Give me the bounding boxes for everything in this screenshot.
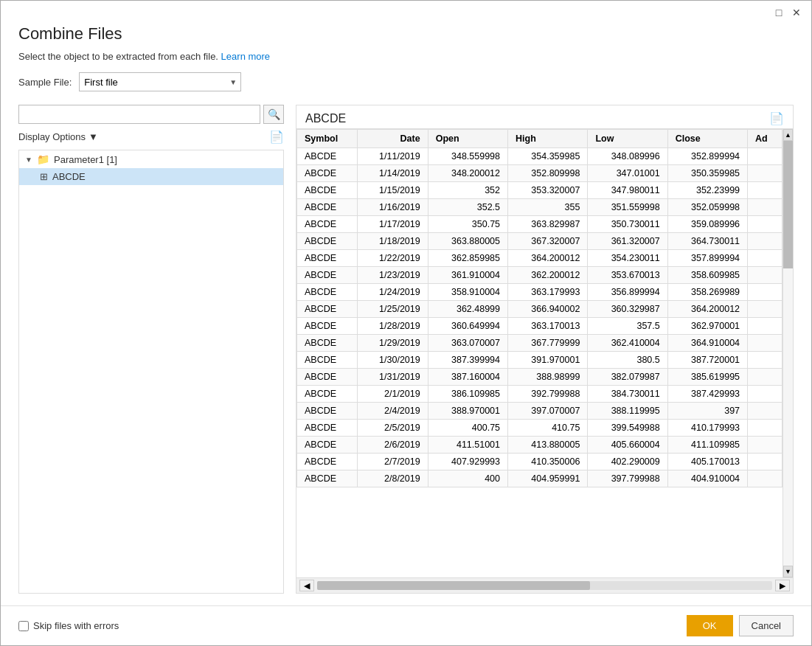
table-cell: ABCDE xyxy=(297,352,358,369)
table-cell: ABCDE xyxy=(297,199,358,216)
table-cell xyxy=(748,267,782,284)
table-cell: 380.5 xyxy=(588,352,667,369)
col-ad: Ad xyxy=(748,130,782,148)
table-cell: 357.899994 xyxy=(667,250,747,267)
table-cell: 404.959991 xyxy=(508,470,588,487)
display-options-button[interactable]: Display Options ▼ xyxy=(18,131,98,142)
table-cell: 384.730011 xyxy=(588,386,667,403)
sample-file-select[interactable]: First file Last file Custom xyxy=(79,72,241,91)
table-cell: 352.809998 xyxy=(508,165,588,182)
vertical-scrollbar[interactable]: ▲ ▼ xyxy=(782,129,793,577)
table-cell: 397 xyxy=(667,403,747,420)
table-cell: 413.880005 xyxy=(508,437,588,454)
cancel-button[interactable]: Cancel xyxy=(739,615,794,636)
table-cell xyxy=(748,352,782,369)
table-cell: 405.170013 xyxy=(667,454,747,470)
hscroll-left-arrow[interactable]: ◀ xyxy=(299,580,314,591)
table-cell: 363.070007 xyxy=(428,335,507,352)
tree-action-button[interactable]: 📄 xyxy=(269,130,284,144)
subtitle-text: Select the object to be extracted from e… xyxy=(18,51,218,62)
table-cell: ABCDE xyxy=(297,420,358,437)
table-cell: 397.799988 xyxy=(588,470,667,487)
tree-item-abcde[interactable]: ⊞ ABCDE xyxy=(19,168,283,185)
table-cell: 359.089996 xyxy=(667,216,747,233)
close-button[interactable]: ✕ xyxy=(791,7,802,18)
table-cell: 363.880005 xyxy=(428,233,507,250)
table-cell: ABCDE xyxy=(297,233,358,250)
table-cell: 362.48999 xyxy=(428,301,507,318)
table-cell: 362.970001 xyxy=(667,318,747,335)
table-cell: 2/1/2019 xyxy=(358,386,428,403)
table-cell: 347.01001 xyxy=(588,165,667,182)
table-scroll-area[interactable]: Symbol Date Open High Low Close Ad xyxy=(296,129,782,577)
table-cell: ABCDE xyxy=(297,335,358,352)
table-cell: 358.910004 xyxy=(428,284,507,301)
table-row: ABCDE2/6/2019411.51001413.880005405.6600… xyxy=(297,437,782,454)
search-input[interactable] xyxy=(18,105,260,124)
table-cell: ABCDE xyxy=(297,386,358,403)
combine-files-dialog: □ ✕ Combine Files Select the object to b… xyxy=(0,0,812,646)
table-cell: 405.660004 xyxy=(588,437,667,454)
table-cell: 348.089996 xyxy=(588,148,667,165)
table-cell: 387.429993 xyxy=(667,386,747,403)
data-panel-action-button[interactable]: 📄 xyxy=(769,111,784,125)
table-row: ABCDE2/5/2019400.75410.75399.549988410.1… xyxy=(297,420,782,437)
vscroll-thumb[interactable] xyxy=(783,141,793,268)
tree-item-abcde-label: ABCDE xyxy=(52,171,86,182)
hscroll-track[interactable] xyxy=(317,581,772,590)
vscroll-up-arrow[interactable]: ▲ xyxy=(783,129,793,141)
horizontal-scrollbar[interactable]: ◀ ▶ xyxy=(296,577,793,593)
table-row: ABCDE2/4/2019388.970001397.070007388.119… xyxy=(297,403,782,420)
table-cell: 399.549988 xyxy=(588,420,667,437)
table-cell: ABCDE xyxy=(297,301,358,318)
table-cell: 352.059998 xyxy=(667,199,747,216)
table-cell: 361.320007 xyxy=(588,233,667,250)
table-cell: 1/24/2019 xyxy=(358,284,428,301)
table-cell: 2/4/2019 xyxy=(358,403,428,420)
table-cell: 2/5/2019 xyxy=(358,420,428,437)
table-cell: 1/17/2019 xyxy=(358,216,428,233)
table-cell: 354.230011 xyxy=(588,250,667,267)
table-row: ABCDE1/30/2019387.399994391.970001380.53… xyxy=(297,352,782,369)
main-content: 🔍 Display Options ▼ 📄 ▼ xyxy=(18,105,794,594)
hscroll-thumb[interactable] xyxy=(317,581,590,590)
tree-item-parameter1[interactable]: ▼ 📁 Parameter1 [1] xyxy=(19,150,283,168)
table-cell: 387.720001 xyxy=(667,352,747,369)
table-cell: 362.200012 xyxy=(508,267,588,284)
table-cell: 362.410004 xyxy=(588,335,667,352)
table-cell: 352 xyxy=(428,182,507,199)
ok-button[interactable]: OK xyxy=(687,615,733,636)
footer-buttons: OK Cancel xyxy=(687,615,794,636)
search-button[interactable]: 🔍 xyxy=(263,105,284,124)
table-row: ABCDE2/8/2019400404.959991397.799988404.… xyxy=(297,470,782,487)
table-cell: 360.329987 xyxy=(588,301,667,318)
table-cell xyxy=(748,216,782,233)
skip-files-row: Skip files with errors xyxy=(18,620,119,631)
table-cell xyxy=(748,369,782,386)
table-cell: 400 xyxy=(428,470,507,487)
table-cell: 352.23999 xyxy=(667,182,747,199)
table-cell: ABCDE xyxy=(297,216,358,233)
table-cell: 363.829987 xyxy=(508,216,588,233)
vscroll-down-arrow[interactable]: ▼ xyxy=(783,566,793,577)
table-with-scroll: Symbol Date Open High Low Close Ad xyxy=(296,129,793,577)
table-row: ABCDE1/29/2019363.070007367.779999362.41… xyxy=(297,335,782,352)
minimize-button[interactable]: □ xyxy=(773,7,785,18)
table-cell: 391.970001 xyxy=(508,352,588,369)
table-row: ABCDE1/11/2019348.559998354.359985348.08… xyxy=(297,148,782,165)
table-cell: 1/31/2019 xyxy=(358,369,428,386)
table-row: ABCDE1/22/2019362.859985364.200012354.23… xyxy=(297,250,782,267)
table-cell: 410.75 xyxy=(508,420,588,437)
table-cell xyxy=(748,335,782,352)
data-title-row: ABCDE 📄 xyxy=(296,105,793,129)
table-cell: 366.940002 xyxy=(508,301,588,318)
table-cell: 367.779999 xyxy=(508,335,588,352)
table-cell: 352.899994 xyxy=(667,148,747,165)
dialog-subtitle: Select the object to be extracted from e… xyxy=(18,51,794,62)
hscroll-right-arrow[interactable]: ▶ xyxy=(775,580,790,591)
vscroll-track[interactable] xyxy=(783,141,793,566)
learn-more-link[interactable]: Learn more xyxy=(221,51,270,62)
skip-files-checkbox[interactable] xyxy=(18,621,29,631)
data-table: Symbol Date Open High Low Close Ad xyxy=(296,129,782,487)
table-cell xyxy=(748,182,782,199)
